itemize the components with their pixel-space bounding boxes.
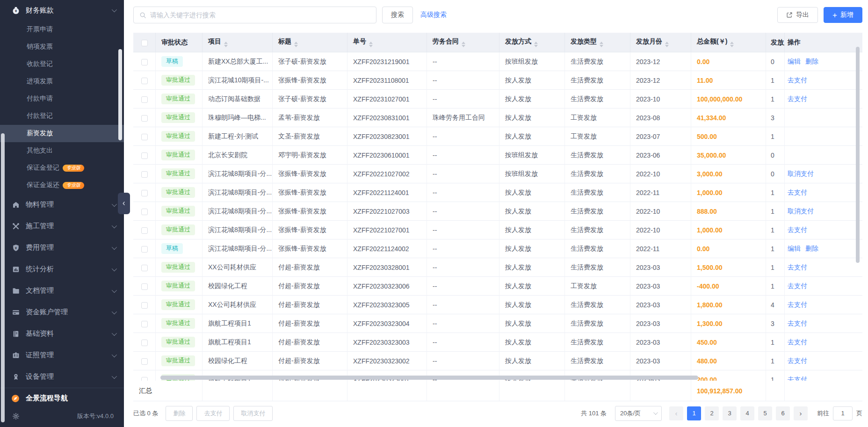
row-checkbox[interactable] xyxy=(141,190,148,196)
action-link-取消支付[interactable]: 取消支付 xyxy=(788,170,814,177)
sort-caret-icon[interactable] xyxy=(224,42,228,47)
page-button-1[interactable]: 1 xyxy=(687,406,701,420)
sidebar-item-保证金返还[interactable]: 保证金返还专业版 xyxy=(0,177,124,194)
gear-icon[interactable] xyxy=(12,413,20,420)
row-checkbox[interactable] xyxy=(141,265,148,271)
cell-title: 付超-薪资发放 xyxy=(273,333,347,352)
sort-caret-icon[interactable] xyxy=(730,42,734,47)
sidebar-item-开票申请[interactable]: 开票申请 xyxy=(0,21,124,38)
row-checkbox[interactable] xyxy=(141,358,148,365)
sort-caret-icon[interactable] xyxy=(600,42,603,47)
column-header-发放月份[interactable]: 发放月份 xyxy=(630,33,691,52)
sidebar-group-统计分析[interactable]: 统计分析 xyxy=(0,259,124,280)
row-checkbox[interactable] xyxy=(141,171,148,178)
sidebar-group-finance[interactable]: ¥ 财务账款 xyxy=(0,0,124,21)
action-link-去支付[interactable]: 去支付 xyxy=(788,357,807,364)
sort-caret-icon[interactable] xyxy=(462,42,465,47)
sort-caret-icon[interactable] xyxy=(369,42,373,47)
sidebar-item-付款登记[interactable]: 付款登记 xyxy=(0,108,124,125)
sidebar-group-label: 资金账户管理 xyxy=(26,308,68,317)
row-checkbox[interactable] xyxy=(141,246,148,253)
sidebar-group-资金账户管理[interactable]: 资金账户管理 xyxy=(0,302,124,323)
action-link-删除[interactable]: 删除 xyxy=(805,58,818,65)
bulk-button-删除[interactable]: 删除 xyxy=(166,406,193,421)
row-checkbox[interactable] xyxy=(141,321,148,327)
search-button[interactable]: 搜索 xyxy=(382,7,413,23)
advanced-search-link[interactable]: 高级搜索 xyxy=(420,11,447,19)
page-button-5[interactable]: 5 xyxy=(758,406,772,420)
page-button-2[interactable]: 2 xyxy=(705,406,719,420)
action-link-去支付[interactable]: 去支付 xyxy=(788,282,807,289)
bulk-button-去支付[interactable]: 去支付 xyxy=(196,406,230,421)
sidebar-item-销项发票[interactable]: 销项发票 xyxy=(0,38,124,56)
action-link-去支付[interactable]: 去支付 xyxy=(788,226,807,233)
page-button-4[interactable]: 4 xyxy=(740,406,754,420)
row-checkbox[interactable] xyxy=(141,134,148,140)
sidebar-group-施工管理[interactable]: 施工管理 xyxy=(0,216,124,237)
action-link-去支付[interactable]: 去支付 xyxy=(788,301,807,308)
vertical-scrollbar[interactable] xyxy=(856,47,860,263)
row-checkbox[interactable] xyxy=(141,227,148,234)
action-link-去支付[interactable]: 去支付 xyxy=(788,319,807,327)
sidebar-group-费用管理[interactable]: ¥费用管理 xyxy=(0,237,124,259)
sort-caret-icon[interactable] xyxy=(534,42,538,47)
sort-caret-icon[interactable] xyxy=(665,42,669,47)
action-link-取消支付[interactable]: 取消支付 xyxy=(788,207,814,215)
sidebar-item-进项发票[interactable]: 进项发票 xyxy=(0,73,124,90)
page-button-6[interactable]: 6 xyxy=(776,406,790,420)
action-link-去支付[interactable]: 去支付 xyxy=(788,95,807,102)
sidebar-group-基础资料[interactable]: 基础资料 xyxy=(0,323,124,345)
sidebar-group-文档管理[interactable]: 文档管理 xyxy=(0,280,124,302)
row-checkbox[interactable] xyxy=(141,340,148,346)
row-checkbox[interactable] xyxy=(141,283,148,290)
action-link-编辑[interactable]: 编辑 xyxy=(788,245,801,252)
action-link-去支付[interactable]: 去支付 xyxy=(788,76,807,84)
action-link-编辑[interactable]: 编辑 xyxy=(788,58,801,65)
goto-page-input[interactable] xyxy=(833,406,853,420)
sidebar-item-process-nav[interactable]: 全景流程导航 xyxy=(0,388,124,409)
sidebar-item-其他支出[interactable]: 其他支出 xyxy=(0,142,124,159)
column-header-发放方式[interactable]: 发放方式 xyxy=(499,33,565,52)
column-header-总金额(￥)[interactable]: 总金额(￥) xyxy=(691,33,766,52)
sidebar-collapse-button[interactable] xyxy=(118,193,130,214)
column-header-发放类型[interactable]: 发放类型 xyxy=(565,33,630,52)
column-header-劳务合同[interactable]: 劳务合同 xyxy=(427,33,499,52)
sidebar-item-保证金登记[interactable]: 保证金登记专业版 xyxy=(0,159,124,177)
sidebar-group-设备管理[interactable]: 设备管理 xyxy=(0,366,124,388)
export-button[interactable]: 导出 xyxy=(777,7,818,23)
row-checkbox[interactable] xyxy=(141,377,148,381)
action-link-去支付[interactable]: 去支付 xyxy=(788,376,807,381)
sidebar-item-薪资发放[interactable]: 薪资发放 xyxy=(0,125,124,142)
search-box[interactable] xyxy=(133,7,376,23)
next-page-button[interactable]: › xyxy=(794,406,808,420)
row-checkbox[interactable] xyxy=(141,96,148,103)
bulk-button-取消支付[interactable]: 取消支付 xyxy=(233,406,273,421)
page-left-scrollbar[interactable] xyxy=(1,133,5,422)
add-button[interactable]: + 新增 xyxy=(824,7,862,23)
sort-caret-icon[interactable] xyxy=(294,42,298,47)
action-link-去支付[interactable]: 去支付 xyxy=(788,263,807,271)
action-link-删除[interactable]: 删除 xyxy=(805,245,818,252)
page-size-select[interactable]: 20条/页 xyxy=(615,406,662,421)
action-link-去支付[interactable]: 去支付 xyxy=(788,338,807,346)
sidebar-item-付款申请[interactable]: 付款申请 xyxy=(0,90,124,108)
sidebar-item-收款登记[interactable]: 收款登记 xyxy=(0,56,124,73)
page-button-3[interactable]: 3 xyxy=(723,406,737,420)
row-checkbox[interactable] xyxy=(141,115,148,122)
row-checkbox[interactable] xyxy=(141,59,148,65)
action-link-去支付[interactable]: 去支付 xyxy=(788,188,807,196)
search-input[interactable] xyxy=(150,11,370,19)
column-header-项目[interactable]: 项目 xyxy=(203,33,273,52)
row-checkbox[interactable] xyxy=(141,302,148,309)
row-checkbox[interactable] xyxy=(141,209,148,215)
sidebar-scrollbar[interactable] xyxy=(118,49,122,140)
horizontal-scrollbar[interactable] xyxy=(160,376,698,380)
column-header-标题[interactable]: 标题 xyxy=(273,33,347,52)
row-checkbox[interactable] xyxy=(141,152,148,159)
row-checkbox[interactable] xyxy=(141,78,148,84)
sidebar-group-物料管理[interactable]: 物料管理 xyxy=(0,194,124,216)
column-header-单号[interactable]: 单号 xyxy=(347,33,427,52)
select-all-checkbox[interactable] xyxy=(141,40,148,46)
sidebar-group-证照管理[interactable]: 证照管理 xyxy=(0,345,124,366)
prev-page-button[interactable]: ‹ xyxy=(669,406,683,420)
